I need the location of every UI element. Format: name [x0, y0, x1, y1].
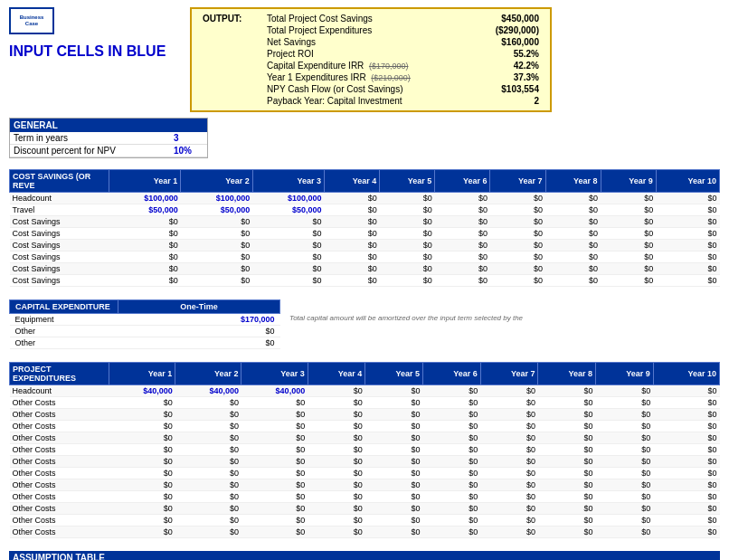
pe-val-9-4: $0	[365, 491, 423, 503]
cost-savings-row: Cost Savings$0$0$0$0$0$0$0$0$0$0	[10, 228, 720, 240]
cs-val-3-3: $0	[325, 228, 380, 240]
pe-val-4-2: $0	[241, 432, 308, 444]
proj-exp-row: Other Costs$0$0$0$0$0$0$0$0$0$0	[10, 421, 720, 432]
output-row-1: Total Project Expenditures ($290,000)	[199, 24, 543, 36]
cs-val-7-6: $0	[490, 275, 545, 287]
pe-val-5-2: $0	[241, 444, 308, 456]
output-table: OUTPUT: Total Project Cost Savings $450,…	[199, 13, 543, 107]
proj-exp-row: Other Costs$0$0$0$0$0$0$0$0$0$0	[10, 468, 720, 479]
proj-exp-row: Other Costs$0$0$0$0$0$0$0$0$0$0	[10, 491, 720, 503]
cost-savings-section: COST SAVINGS (OR REVE Year 1 Year 2 Year…	[9, 169, 720, 287]
output-val-1: ($290,000)	[472, 24, 543, 36]
cs-val-0-3: $0	[325, 193, 380, 204]
proj-exp-year10-header: Year 10	[653, 363, 719, 385]
pe-val-4-1: $0	[175, 432, 241, 444]
cost-savings-year5-header: Year 5	[380, 170, 435, 193]
proj-exp-row: Other Costs$0$0$0$0$0$0$0$0$0$0	[10, 397, 720, 409]
pe-val-5-9: $0	[653, 444, 719, 456]
cs-val-6-6: $0	[490, 263, 545, 275]
output-val-6: $103,554	[472, 83, 543, 95]
cs-val-2-6: $0	[490, 216, 545, 228]
pe-val-0-0: $40,000	[109, 385, 175, 397]
pe-val-7-8: $0	[596, 468, 654, 479]
pe-val-4-3: $0	[308, 432, 365, 444]
proj-exp-row: Other Costs$0$0$0$0$0$0$0$0$0$0	[10, 409, 720, 421]
general-val-1: 10%	[170, 145, 207, 157]
cs-val-5-4: $0	[380, 252, 435, 263]
cost-savings-row: Travel$50,000$50,000$50,000$0$0$0$0$0$0$…	[10, 204, 720, 216]
cs-val-0-5: $0	[435, 193, 490, 204]
pe-val-0-3: $0	[308, 385, 365, 397]
output-val-0: $450,000	[472, 13, 543, 24]
cs-val-3-2: $0	[252, 228, 324, 240]
cs-val-3-0: $0	[109, 228, 181, 240]
assumption-header: ASSUMPTION TABLE	[9, 551, 720, 560]
pe-val-4-6: $0	[480, 432, 538, 444]
proj-exp-year9-header: Year 9	[596, 363, 654, 385]
cs-val-4-9: $0	[656, 240, 719, 252]
output-val-3: 55.2%	[472, 48, 543, 60]
proj-exp-year1-header: Year 1	[109, 363, 175, 385]
general-row-0: Term in years 3	[10, 132, 207, 145]
pe-val-10-7: $0	[538, 503, 596, 515]
pe-val-1-0: $0	[109, 397, 175, 409]
proj-exp-row: Other Costs$0$0$0$0$0$0$0$0$0$0	[10, 432, 720, 444]
pe-val-0-8: $0	[596, 385, 654, 397]
cs-val-6-9: $0	[656, 263, 719, 275]
proj-exp-year3-header: Year 3	[241, 363, 308, 385]
cs-val-0-0: $100,000	[109, 193, 181, 204]
top-area: BusinessCase INPUT CELLS IN BLUE OUTPUT:…	[0, 0, 729, 116]
pe-val-2-6: $0	[480, 409, 538, 421]
cs-val-5-0: $0	[109, 252, 181, 263]
cost-savings-year6-header: Year 6	[435, 170, 490, 193]
pe-val-5-4: $0	[365, 444, 423, 456]
pe-val-9-1: $0	[175, 491, 241, 503]
pe-val-10-9: $0	[653, 503, 719, 515]
cs-val-2-4: $0	[380, 216, 435, 228]
output-row-2: Net Savings $160,000	[199, 36, 543, 48]
pe-val-5-1: $0	[175, 444, 241, 456]
pe-val-3-0: $0	[109, 421, 175, 432]
pe-val-3-5: $0	[423, 421, 481, 432]
cs-val-1-7: $0	[545, 204, 601, 216]
pe-val-5-5: $0	[423, 444, 481, 456]
proj-exp-year4-header: Year 4	[308, 363, 365, 385]
ce-val-2: $0	[118, 337, 280, 349]
pe-val-7-0: $0	[109, 468, 175, 479]
cs-val-3-4: $0	[380, 228, 435, 240]
pe-val-5-7: $0	[538, 444, 596, 456]
proj-exp-year6-header: Year 6	[423, 363, 481, 385]
ce-val-0: $170,000	[118, 314, 280, 326]
pe-val-11-2: $0	[241, 515, 308, 527]
pe-label-10: Other Costs	[10, 503, 109, 515]
proj-exp-row: Other Costs$0$0$0$0$0$0$0$0$0$0	[10, 503, 720, 515]
pe-val-7-9: $0	[653, 468, 719, 479]
cap-exp-container: CAPITAL EXPENDITURE One-Time Equipment$1…	[9, 299, 720, 349]
cs-val-2-7: $0	[545, 216, 601, 228]
cs-val-0-2: $100,000	[252, 193, 324, 204]
output-key-3: Project ROI	[263, 48, 472, 60]
pe-val-7-6: $0	[480, 468, 538, 479]
pe-val-3-4: $0	[365, 421, 423, 432]
pe-val-7-4: $0	[365, 468, 423, 479]
general-row-1: Discount percent for NPV 10%	[10, 145, 207, 157]
cs-val-0-4: $0	[380, 193, 435, 204]
ce-label-1: Other	[10, 326, 118, 337]
pe-val-6-2: $0	[241, 456, 308, 468]
pe-val-6-5: $0	[423, 456, 481, 468]
cs-val-3-5: $0	[435, 228, 490, 240]
pe-val-1-6: $0	[480, 397, 538, 409]
output-row-5: Year 1 Expenditures IRR ($210,000) 37.3%	[199, 71, 543, 83]
cs-val-4-1: $0	[181, 240, 252, 252]
pe-val-4-8: $0	[596, 432, 654, 444]
pe-val-7-7: $0	[538, 468, 596, 479]
ce-label-2: Other	[10, 337, 118, 349]
pe-val-4-0: $0	[109, 432, 175, 444]
cs-val-4-6: $0	[490, 240, 545, 252]
general-table: Term in years 3 Discount percent for NPV…	[10, 132, 207, 157]
pe-val-11-0: $0	[109, 515, 175, 527]
pe-val-8-2: $0	[241, 479, 308, 491]
pe-val-12-2: $0	[241, 527, 308, 538]
cs-val-7-2: $0	[252, 275, 324, 287]
logo-text: BusinessCase	[20, 14, 44, 27]
